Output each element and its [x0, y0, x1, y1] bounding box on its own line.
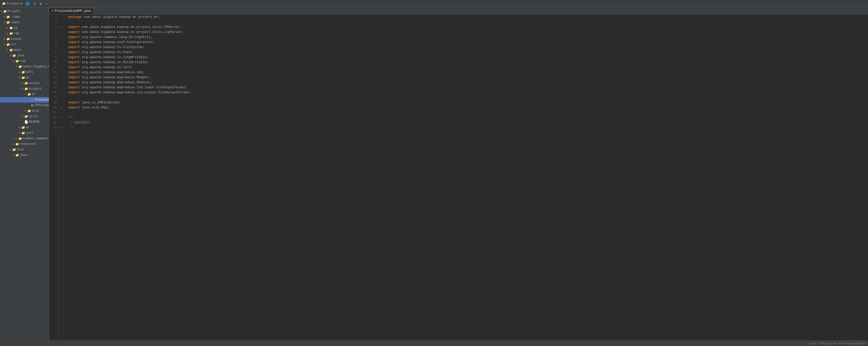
- sidebar-item-test[interactable]: ▼📁test: [0, 147, 49, 152]
- line-number: 7: [51, 45, 57, 50]
- gutter-icon[interactable]: [59, 65, 64, 70]
- tree-item-label: utils: [29, 115, 38, 118]
- line-number: 22: [51, 120, 57, 125]
- gutter-icon[interactable]: [59, 110, 64, 115]
- sidebar-item-java[interactable]: ▼📁java: [0, 53, 49, 58]
- sidebar-item-project[interactable]: ▼📁project: [0, 86, 49, 91]
- sidebar-item-idea[interactable]: ▶📁.idea: [0, 14, 49, 20]
- gutter-icon[interactable]: ▶: [59, 105, 64, 110]
- gutter-icon[interactable]: [59, 30, 64, 35]
- tree-arrow: ▶: [3, 15, 6, 18]
- tree-item-label: mr: [32, 92, 35, 96]
- sidebar-item-com[interactable]: ▼📁com: [0, 58, 49, 64]
- tree-item-icon: [30, 104, 34, 107]
- gutter-icon[interactable]: [59, 15, 64, 20]
- sidebar-item-project-root[interactable]: ▼📁Project: [0, 8, 49, 14]
- gutter-col: ▶▶≡▶: [59, 15, 64, 341]
- sidebar-item-java2[interactable]: ▼📁java: [0, 152, 49, 158]
- line-number: 16: [51, 90, 57, 95]
- sidebar-item-wc[interactable]: ▶📁wc: [0, 125, 49, 130]
- sidebar-item-README[interactable]: 📄README: [0, 119, 49, 125]
- gutter-icon[interactable]: [59, 50, 64, 55]
- tree-item-label: README: [29, 120, 40, 124]
- tree-item-label: mrv2: [32, 109, 39, 113]
- gutter-icon[interactable]: [59, 120, 64, 125]
- sort-icon[interactable]: ⇅: [33, 1, 37, 6]
- file-tab[interactable]: ● ProvinceStatAPP.java: [49, 8, 94, 15]
- gutter-icon[interactable]: [59, 40, 64, 45]
- line-number: 17: [51, 95, 57, 100]
- tree-item-label: resources: [20, 142, 36, 146]
- tree-item-icon: 📁: [24, 115, 28, 118]
- gutter-icon[interactable]: [59, 95, 64, 100]
- gutter-icon[interactable]: [59, 70, 64, 75]
- tree-item-label: main: [14, 48, 21, 52]
- sidebar-item-input[interactable]: ▼📁input: [0, 20, 49, 25]
- gutter-icon[interactable]: [59, 80, 64, 85]
- tree-item-label: ip: [14, 26, 17, 30]
- code-container[interactable]: 1234567891011121314151617181920212223 ▶▶…: [49, 15, 868, 341]
- settings-icon[interactable]: ⚙: [39, 1, 43, 6]
- tree-item-icon: 📁: [9, 26, 13, 30]
- java-class-icon: ●: [52, 9, 54, 13]
- tree-arrow: ▶: [18, 71, 21, 74]
- gutter-icon[interactable]: ≡: [59, 115, 64, 120]
- line-numbers: 1234567891011121314151617181920212223: [49, 15, 59, 341]
- gutter-icon[interactable]: [59, 90, 64, 95]
- tree-item-label: wc: [26, 126, 29, 129]
- tree-item-label: access: [29, 82, 40, 85]
- gutter-icon[interactable]: [59, 75, 64, 80]
- sidebar-item-main[interactable]: ▼📁main: [0, 47, 49, 53]
- tree-item-icon: 📁: [21, 131, 25, 135]
- minimize-icon[interactable]: —: [45, 1, 49, 6]
- folder-icon: 📁: [2, 2, 6, 5]
- gutter-icon[interactable]: [59, 55, 64, 60]
- code-line: import com.imooc.bigdata.hadoop.mr.proje…: [68, 25, 868, 30]
- gutter-icon[interactable]: [59, 45, 64, 50]
- tree-arrow: ▶: [15, 137, 18, 140]
- tree-arrow: ▶: [18, 132, 21, 135]
- sidebar-item-mr[interactable]: ▼📁mr: [0, 75, 49, 81]
- sidebar-item-ip[interactable]: ▶📁ip: [0, 25, 49, 31]
- tree-item-icon: 📁: [15, 59, 19, 63]
- sidebar-item-output[interactable]: ▶📁output: [0, 36, 49, 42]
- sidebar-item-yili[interactable]: ▶📁yili: [0, 130, 49, 136]
- sidebar-item-ProvinceStatAPP[interactable]: ProvinceStatAPP: [0, 97, 49, 103]
- sidebar-item-access[interactable]: ▶📁access: [0, 81, 49, 86]
- sidebar-item-raw[interactable]: ▶📁raw: [0, 31, 49, 36]
- gutter-icon[interactable]: [59, 60, 64, 65]
- tree-item-icon: 📁: [21, 76, 25, 80]
- sidebar-item-mrv2[interactable]: ▶📁mrv2: [0, 108, 49, 114]
- line-number: 15: [51, 85, 57, 90]
- tree-item-icon: 📁: [6, 21, 10, 24]
- tree-arrow: ▶: [18, 126, 21, 129]
- gutter-icon[interactable]: [59, 20, 64, 25]
- line-number: 1: [51, 15, 57, 20]
- tree-arrow: ▼: [12, 60, 15, 63]
- tree-item-icon: 📁: [6, 37, 10, 41]
- sidebar-item-resources[interactable]: ▶📁resources: [0, 141, 49, 147]
- sidebar-item-utils[interactable]: ▶📁utils: [0, 114, 49, 119]
- globe-icon[interactable]: 🌐: [24, 1, 31, 6]
- line-number: 6: [51, 40, 57, 45]
- tree-item-label: output: [11, 37, 22, 41]
- sidebar-item-PVStatApp[interactable]: PVStatApp: [0, 103, 49, 108]
- code-line: import org.apache.hadoop.mapreduce.Reduc…: [68, 80, 868, 85]
- sidebar-item-imooc[interactable]: ▼📁imooc.bigdata.hadoop: [0, 64, 49, 69]
- gutter-icon[interactable]: ▶: [59, 125, 64, 130]
- tab-filename: ProvinceStatAPP.java: [55, 9, 91, 13]
- sidebar-item-src[interactable]: ▼📁src: [0, 42, 49, 47]
- gutter-icon[interactable]: [59, 100, 64, 105]
- sidebar-item-mr2[interactable]: ▼📁mr: [0, 91, 49, 97]
- line-number: 14: [51, 80, 57, 85]
- code-line: import java.util.Map;: [68, 105, 868, 110]
- tree-arrow: ▼: [21, 87, 24, 90]
- sidebar-item-taobao[interactable]: ▶📁taobao.comment.hadoop: [0, 136, 49, 141]
- gutter-icon[interactable]: [59, 85, 64, 90]
- gutter-icon[interactable]: ▶: [59, 25, 64, 30]
- tree-item-icon: 📁: [6, 43, 10, 47]
- tree-item-label: yili: [26, 131, 33, 135]
- gutter-icon[interactable]: [59, 35, 64, 40]
- java-class-dot: [31, 98, 33, 101]
- sidebar-item-hdfs[interactable]: ▶📁hdfs: [0, 69, 49, 75]
